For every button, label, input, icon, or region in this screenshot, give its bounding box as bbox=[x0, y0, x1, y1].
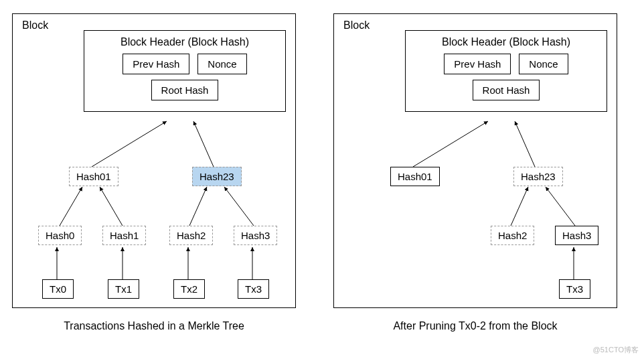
svg-line-5 bbox=[224, 187, 254, 226]
hash0-node: Hash0 bbox=[38, 226, 82, 245]
left-caption: Transactions Hashed in a Merkle Tree bbox=[64, 320, 244, 332]
tx3-node: Tx3 bbox=[559, 279, 590, 299]
hash3-node: Hash3 bbox=[555, 226, 598, 245]
svg-line-12 bbox=[511, 187, 528, 226]
tx3-node: Tx3 bbox=[238, 279, 269, 299]
root-hash-box: Root Hash bbox=[151, 80, 219, 100]
svg-line-11 bbox=[515, 121, 535, 167]
header-title: Block Header (Block Hash) bbox=[91, 36, 278, 48]
tx2-node: Tx2 bbox=[173, 279, 205, 299]
block-header: Block Header (Block Hash) Prev Hash Nonc… bbox=[84, 30, 286, 112]
watermark: @51CTO博客 bbox=[593, 345, 639, 355]
hash23-node: Hash23 bbox=[513, 167, 563, 186]
root-hash-box: Root Hash bbox=[473, 80, 540, 100]
block-header: Block Header (Block Hash) Prev Hash Nonc… bbox=[405, 30, 607, 112]
block-label: Block bbox=[22, 19, 48, 31]
right-block-panel: Block Block Header (Block Hash) Prev Has… bbox=[333, 13, 617, 308]
svg-line-1 bbox=[193, 121, 214, 167]
hash23-node: Hash23 bbox=[192, 167, 242, 186]
prev-hash-box: Prev Hash bbox=[444, 54, 511, 74]
tx0-node: Tx0 bbox=[42, 279, 74, 299]
svg-line-2 bbox=[60, 187, 82, 226]
hash2-node: Hash2 bbox=[169, 226, 213, 245]
svg-line-13 bbox=[546, 187, 575, 226]
hash3-node: Hash3 bbox=[234, 226, 277, 245]
block-label: Block bbox=[343, 19, 370, 31]
left-block-panel: Block Block Header (Block Hash) Prev Has… bbox=[12, 13, 296, 308]
tx1-node: Tx1 bbox=[108, 279, 139, 299]
nonce-box: Nonce bbox=[519, 54, 568, 74]
right-caption: After Pruning Tx0-2 from the Block bbox=[393, 320, 557, 332]
prev-hash-box: Prev Hash bbox=[123, 54, 189, 74]
header-title: Block Header (Block Hash) bbox=[412, 36, 600, 48]
hash2-node: Hash2 bbox=[491, 226, 534, 245]
svg-line-10 bbox=[413, 121, 488, 167]
hash01-node: Hash01 bbox=[69, 167, 118, 186]
hash01-node: Hash01 bbox=[390, 167, 440, 186]
hash1-node: Hash1 bbox=[102, 226, 146, 245]
svg-line-4 bbox=[189, 187, 207, 226]
svg-line-0 bbox=[92, 121, 167, 167]
nonce-box: Nonce bbox=[197, 54, 246, 74]
svg-line-3 bbox=[100, 187, 123, 226]
